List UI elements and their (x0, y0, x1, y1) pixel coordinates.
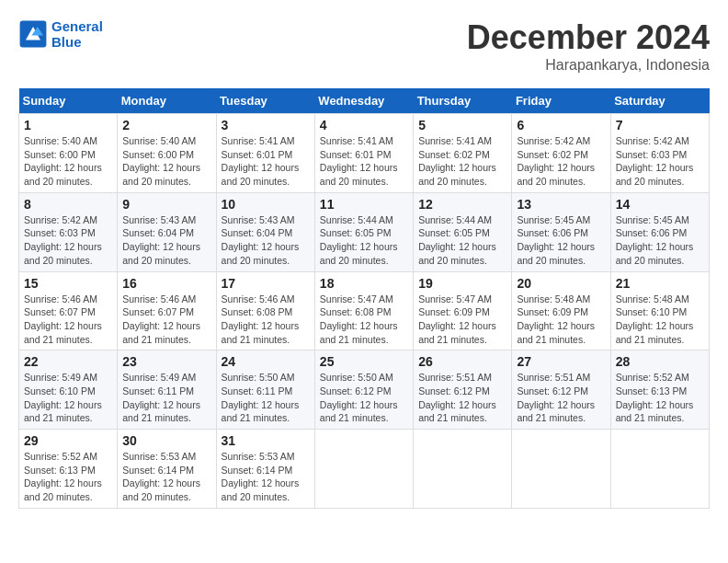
day-number: 6 (517, 118, 605, 132)
month-title: December 2024 (467, 18, 710, 57)
calendar-cell: 3Sunrise: 5:41 AMSunset: 6:01 PMDaylight… (216, 114, 314, 193)
day-detail: Sunrise: 5:53 AMSunset: 6:14 PMDaylight:… (222, 450, 310, 504)
day-number: 10 (222, 197, 310, 212)
day-number: 22 (24, 354, 112, 369)
calendar-cell: 15Sunrise: 5:46 AMSunset: 6:07 PMDayligh… (19, 271, 118, 350)
calendar-cell: 30Sunrise: 5:53 AMSunset: 6:14 PMDayligh… (118, 430, 216, 509)
calendar-cell: 28Sunrise: 5:52 AMSunset: 6:13 PMDayligh… (610, 350, 709, 430)
calendar-week-1: 1Sunrise: 5:40 AMSunset: 6:00 PMDaylight… (19, 114, 710, 193)
day-number: 9 (122, 197, 210, 212)
day-detail: Sunrise: 5:52 AMSunset: 6:13 PMDaylight:… (616, 371, 704, 425)
day-detail: Sunrise: 5:43 AMSunset: 6:04 PMDaylight:… (222, 213, 310, 268)
calendar-cell (414, 430, 512, 509)
calendar-cell: 5Sunrise: 5:41 AMSunset: 6:02 PMDaylight… (414, 114, 512, 193)
day-number: 1 (24, 118, 112, 132)
calendar-cell: 16Sunrise: 5:46 AMSunset: 6:07 PMDayligh… (118, 271, 216, 350)
header-thursday: Thursday (414, 88, 512, 114)
day-detail: Sunrise: 5:46 AMSunset: 6:07 PMDaylight:… (24, 293, 112, 347)
day-number: 13 (517, 197, 605, 212)
day-detail: Sunrise: 5:53 AMSunset: 6:14 PMDaylight:… (122, 450, 210, 504)
day-detail: Sunrise: 5:48 AMSunset: 6:10 PMDaylight:… (616, 293, 704, 347)
day-number: 27 (517, 354, 605, 369)
calendar-cell: 31Sunrise: 5:53 AMSunset: 6:14 PMDayligh… (216, 430, 314, 509)
day-detail: Sunrise: 5:50 AMSunset: 6:11 PMDaylight:… (222, 371, 310, 425)
day-detail: Sunrise: 5:45 AMSunset: 6:06 PMDaylight:… (616, 213, 704, 268)
calendar-cell: 2Sunrise: 5:40 AMSunset: 6:00 PMDaylight… (118, 114, 216, 193)
calendar-cell: 27Sunrise: 5:51 AMSunset: 6:12 PMDayligh… (512, 350, 610, 430)
day-number: 30 (122, 433, 210, 448)
calendar-header-row: SundayMondayTuesdayWednesdayThursdayFrid… (19, 88, 710, 114)
day-detail: Sunrise: 5:42 AMSunset: 6:02 PMDaylight:… (517, 134, 605, 189)
day-detail: Sunrise: 5:44 AMSunset: 6:05 PMDaylight:… (418, 213, 506, 268)
day-number: 29 (24, 433, 112, 448)
day-detail: Sunrise: 5:47 AMSunset: 6:09 PMDaylight:… (418, 293, 506, 347)
day-detail: Sunrise: 5:46 AMSunset: 6:08 PMDaylight:… (222, 293, 310, 347)
calendar-cell: 20Sunrise: 5:48 AMSunset: 6:09 PMDayligh… (512, 271, 610, 350)
day-number: 11 (320, 197, 408, 212)
calendar-table: SundayMondayTuesdayWednesdayThursdayFrid… (18, 88, 710, 509)
calendar-cell: 17Sunrise: 5:46 AMSunset: 6:08 PMDayligh… (216, 271, 314, 350)
day-detail: Sunrise: 5:40 AMSunset: 6:00 PMDaylight:… (122, 134, 210, 189)
calendar-cell: 22Sunrise: 5:49 AMSunset: 6:10 PMDayligh… (19, 350, 118, 430)
calendar-cell: 19Sunrise: 5:47 AMSunset: 6:09 PMDayligh… (414, 271, 512, 350)
day-detail: Sunrise: 5:51 AMSunset: 6:12 PMDaylight:… (517, 371, 605, 425)
calendar-cell: 8Sunrise: 5:42 AMSunset: 6:03 PMDaylight… (19, 192, 118, 271)
calendar-cell: 9Sunrise: 5:43 AMSunset: 6:04 PMDaylight… (118, 192, 216, 271)
day-number: 18 (320, 276, 408, 291)
header-friday: Friday (512, 88, 610, 114)
calendar-cell: 7Sunrise: 5:42 AMSunset: 6:03 PMDaylight… (610, 114, 709, 193)
day-detail: Sunrise: 5:52 AMSunset: 6:13 PMDaylight:… (24, 450, 112, 504)
calendar-cell: 1Sunrise: 5:40 AMSunset: 6:00 PMDaylight… (19, 114, 118, 193)
calendar-cell: 26Sunrise: 5:51 AMSunset: 6:12 PMDayligh… (414, 350, 512, 430)
day-number: 17 (222, 276, 310, 291)
day-number: 16 (122, 276, 210, 291)
calendar-cell: 13Sunrise: 5:45 AMSunset: 6:06 PMDayligh… (512, 192, 610, 271)
day-detail: Sunrise: 5:51 AMSunset: 6:12 PMDaylight:… (418, 371, 506, 425)
day-number: 2 (122, 118, 210, 132)
calendar-cell: 6Sunrise: 5:42 AMSunset: 6:02 PMDaylight… (512, 114, 610, 193)
logo-icon (18, 19, 48, 49)
day-detail: Sunrise: 5:41 AMSunset: 6:01 PMDaylight:… (320, 134, 408, 189)
header-tuesday: Tuesday (216, 88, 314, 114)
logo: General Blue (18, 18, 103, 50)
calendar-cell: 21Sunrise: 5:48 AMSunset: 6:10 PMDayligh… (610, 271, 709, 350)
calendar-cell: 25Sunrise: 5:50 AMSunset: 6:12 PMDayligh… (314, 350, 413, 430)
logo-text: General Blue (51, 18, 103, 50)
location-title: Harapankarya, Indonesia (467, 57, 710, 74)
day-detail: Sunrise: 5:41 AMSunset: 6:02 PMDaylight:… (418, 134, 506, 189)
day-number: 23 (122, 354, 210, 369)
calendar-cell: 23Sunrise: 5:49 AMSunset: 6:11 PMDayligh… (118, 350, 216, 430)
calendar-cell (610, 430, 709, 509)
day-number: 21 (616, 276, 704, 291)
calendar-cell: 18Sunrise: 5:47 AMSunset: 6:08 PMDayligh… (314, 271, 413, 350)
page-header: General Blue December 2024 Harapankarya,… (18, 18, 710, 74)
day-detail: Sunrise: 5:48 AMSunset: 6:09 PMDaylight:… (517, 293, 605, 347)
calendar-week-4: 22Sunrise: 5:49 AMSunset: 6:10 PMDayligh… (19, 350, 710, 430)
day-number: 28 (616, 354, 704, 369)
day-detail: Sunrise: 5:49 AMSunset: 6:11 PMDaylight:… (122, 371, 210, 425)
day-detail: Sunrise: 5:44 AMSunset: 6:05 PMDaylight:… (320, 213, 408, 268)
day-number: 7 (616, 118, 704, 132)
calendar-cell: 14Sunrise: 5:45 AMSunset: 6:06 PMDayligh… (610, 192, 709, 271)
calendar-week-2: 8Sunrise: 5:42 AMSunset: 6:03 PMDaylight… (19, 192, 710, 271)
day-number: 15 (24, 276, 112, 291)
calendar-week-5: 29Sunrise: 5:52 AMSunset: 6:13 PMDayligh… (19, 430, 710, 509)
calendar-cell: 12Sunrise: 5:44 AMSunset: 6:05 PMDayligh… (414, 192, 512, 271)
day-detail: Sunrise: 5:45 AMSunset: 6:06 PMDaylight:… (517, 213, 605, 268)
day-detail: Sunrise: 5:40 AMSunset: 6:00 PMDaylight:… (24, 134, 112, 189)
calendar-cell: 29Sunrise: 5:52 AMSunset: 6:13 PMDayligh… (19, 430, 118, 509)
day-number: 5 (418, 118, 506, 132)
title-area: December 2024 Harapankarya, Indonesia (467, 18, 710, 74)
day-number: 12 (418, 197, 506, 212)
day-number: 25 (320, 354, 408, 369)
day-detail: Sunrise: 5:49 AMSunset: 6:10 PMDaylight:… (24, 371, 112, 425)
header-wednesday: Wednesday (314, 88, 413, 114)
header-monday: Monday (118, 88, 216, 114)
day-detail: Sunrise: 5:50 AMSunset: 6:12 PMDaylight:… (320, 371, 408, 425)
day-number: 24 (222, 354, 310, 369)
day-detail: Sunrise: 5:46 AMSunset: 6:07 PMDaylight:… (122, 293, 210, 347)
day-number: 14 (616, 197, 704, 212)
day-number: 8 (24, 197, 112, 212)
day-detail: Sunrise: 5:47 AMSunset: 6:08 PMDaylight:… (320, 293, 408, 347)
day-number: 31 (222, 433, 310, 448)
